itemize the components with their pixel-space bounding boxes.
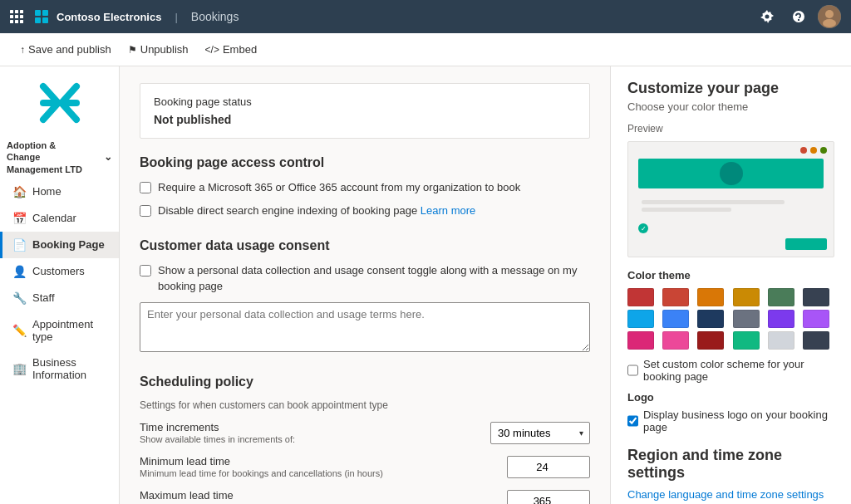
- swatch-4[interactable]: [733, 288, 760, 306]
- app-logo: Contoso Electronics: [33, 8, 161, 25]
- logo-section: Logo Display business logo on your booki…: [627, 391, 834, 433]
- business-icon: 🏢: [12, 362, 26, 375]
- region-title: Region and time zone settings: [627, 447, 834, 482]
- embed-icon: </>: [205, 44, 219, 56]
- swatch-10[interactable]: [733, 310, 760, 328]
- color-theme-section: Color theme: [627, 269, 834, 383]
- home-icon: 🏠: [12, 185, 26, 198]
- color-theme-title: Color theme: [627, 269, 834, 281]
- region-link[interactable]: Change language and time zone settings: [627, 488, 834, 501]
- color-swatches: [627, 288, 834, 350]
- access-option2-row: Disable direct search engine indexing of…: [140, 203, 590, 218]
- swatch-18[interactable]: [803, 331, 829, 350]
- access-control-title: Booking page access control: [140, 155, 590, 170]
- status-title: Booking page status: [154, 95, 576, 108]
- embed-button[interactable]: </> Embed: [199, 39, 264, 60]
- org-selector[interactable]: Adoption &ChangeManagement LTD ⌄: [0, 136, 119, 179]
- consent-title: Customer data usage consent: [140, 238, 590, 253]
- sidebar-item-customers-label: Customers: [32, 265, 85, 277]
- module-name: Bookings: [191, 10, 239, 23]
- swatch-13[interactable]: [627, 331, 654, 350]
- access-option2-text: Disable direct search engine indexing of…: [158, 204, 421, 217]
- help-button[interactable]: [786, 4, 811, 29]
- svg-rect-3: [42, 17, 48, 23]
- save-label: Save and publish: [28, 43, 111, 56]
- sidebar-item-staff[interactable]: 🔧 Staff: [0, 285, 119, 311]
- time-increments-label: Time increments: [140, 421, 480, 433]
- sidebar-item-calendar[interactable]: 📅 Calendar: [0, 205, 119, 232]
- svg-rect-1: [42, 10, 48, 16]
- sidebar-item-home-label: Home: [32, 185, 61, 198]
- swatch-11[interactable]: [768, 310, 794, 328]
- customers-icon: 👤: [12, 265, 26, 278]
- status-value: Not published: [154, 113, 576, 126]
- swatch-2[interactable]: [662, 288, 689, 306]
- customize-title: Customize your page: [627, 80, 834, 97]
- sidebar-item-business-label: Business Information: [32, 356, 109, 381]
- swatch-16[interactable]: [733, 331, 760, 350]
- sidebar-item-customers[interactable]: 👤 Customers: [0, 258, 119, 285]
- booking-page-icon: 📄: [12, 238, 26, 252]
- sidebar-item-appointment-label: Appointment type: [32, 318, 109, 343]
- sidebar-item-booking-page[interactable]: 📄 Booking Page: [0, 232, 119, 258]
- svg-point-6: [823, 19, 836, 27]
- org-logo-icon: [37, 80, 83, 126]
- right-panel: Customize your page Choose your color th…: [610, 66, 851, 504]
- staff-icon: 🔧: [12, 291, 26, 305]
- embed-label: Embed: [223, 43, 257, 56]
- unpublish-button[interactable]: ⚑ Unpublish: [121, 39, 195, 60]
- save-publish-button[interactable]: ↑ Save and publish: [13, 39, 118, 60]
- custom-color-checkbox[interactable]: [627, 365, 638, 376]
- max-lead-row: Maximum lead time Maximum number of days…: [140, 489, 590, 504]
- org-name: Adoption &ChangeManagement LTD: [7, 139, 82, 175]
- swatch-5[interactable]: [768, 288, 794, 306]
- left-panel: Booking page status Not published Bookin…: [120, 66, 610, 504]
- swatch-9[interactable]: [697, 310, 724, 328]
- settings-button[interactable]: [755, 4, 780, 29]
- swatch-1[interactable]: [627, 288, 654, 306]
- max-lead-input[interactable]: [507, 490, 590, 504]
- access-option1-checkbox[interactable]: [140, 182, 151, 193]
- sidebar-item-business-info[interactable]: 🏢 Business Information: [0, 350, 119, 388]
- preview-dot-yellow: [810, 147, 817, 154]
- preview-label: Preview: [627, 123, 834, 135]
- sidebar-item-staff-label: Staff: [32, 291, 55, 304]
- save-icon: ↑: [20, 44, 25, 56]
- user-avatar[interactable]: [818, 5, 841, 28]
- time-increments-select-wrap: 30 minutes 5 minutes 10 minutes 15 minut…: [490, 422, 590, 444]
- toolbar: ↑ Save and publish ⚑ Unpublish </> Embed: [0, 33, 851, 66]
- time-increments-select[interactable]: 30 minutes 5 minutes 10 minutes 15 minut…: [490, 422, 590, 444]
- consent-checkbox[interactable]: [140, 265, 151, 276]
- contoso-logo-icon: [33, 8, 50, 25]
- swatch-15[interactable]: [697, 331, 724, 350]
- svg-point-5: [825, 10, 834, 18]
- swatch-6[interactable]: [803, 288, 829, 306]
- access-option1-label: Require a Microsoft 365 or Office 365 ac…: [158, 180, 520, 195]
- max-lead-label: Maximum lead time: [140, 489, 497, 502]
- waffle-icon[interactable]: [10, 10, 23, 23]
- sidebar-item-appointment-type[interactable]: ✏️ Appointment type: [0, 311, 119, 350]
- appointment-icon: ✏️: [12, 324, 26, 337]
- learn-more-link[interactable]: Learn more: [421, 204, 475, 217]
- booking-status-box: Booking page status Not published: [140, 83, 590, 139]
- swatch-3[interactable]: [697, 288, 724, 306]
- sidebar: Adoption &ChangeManagement LTD ⌄ 🏠 Home …: [0, 66, 120, 504]
- swatch-8[interactable]: [662, 310, 689, 328]
- min-lead-label: Minimum lead time: [140, 455, 497, 467]
- swatch-14[interactable]: [662, 331, 689, 350]
- swatch-17[interactable]: [768, 331, 794, 350]
- customize-subtitle: Choose your color theme: [627, 100, 834, 113]
- sidebar-item-home[interactable]: 🏠 Home: [0, 179, 119, 205]
- chevron-down-icon: ⌄: [104, 151, 112, 163]
- consent-checkbox-row: Show a personal data collection and usag…: [140, 263, 590, 293]
- preview-avatar: [720, 162, 743, 185]
- logo-checkbox[interactable]: [627, 415, 638, 427]
- region-section: Region and time zone settings Change lan…: [627, 447, 834, 504]
- preview-line-1: [642, 200, 785, 204]
- swatch-12[interactable]: [803, 310, 829, 328]
- access-option2-checkbox[interactable]: [140, 205, 151, 217]
- min-lead-row: Minimum lead time Minimum lead time for …: [140, 455, 590, 479]
- consent-textarea[interactable]: [140, 302, 590, 352]
- swatch-7[interactable]: [627, 310, 654, 328]
- min-lead-input[interactable]: [507, 456, 590, 478]
